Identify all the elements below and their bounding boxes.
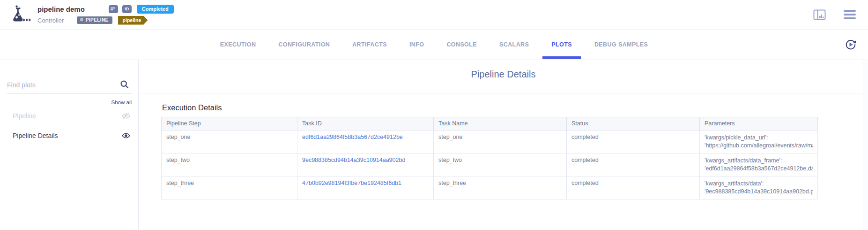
cell-task-id-link[interactable]: 47b0b92e98194f3fbe7be192485f6db1 [297,176,434,199]
search-input[interactable] [7,81,115,89]
plot-search [7,81,132,93]
parameters-value: 'https://github.com/allegroai/events/raw… [705,142,813,150]
tab-artifacts[interactable]: ARTIFACTS [341,30,398,60]
cell-pipeline-step: step_three [162,176,297,199]
cell-parameters: 'kwargs_artifacts/data_frame': 'edf6d1aa… [700,153,818,176]
flask-logo-icon [8,4,32,25]
table-row: step_two 9ec988385cd94b14a39c10914aa902b… [162,153,818,176]
pipeline-type-tag-label: PIPELINE [86,17,109,23]
cell-status: completed [567,176,700,199]
col-header-task-name: Task Name [434,117,567,130]
gear-icon: ⚙ [80,18,83,22]
copy-id-icon[interactable]: ID [122,5,132,13]
parameters-key: 'kwargs/pickle_data_url': [705,134,813,142]
col-header-status: Status [567,117,700,130]
details-panel-icon[interactable] [109,5,118,13]
search-icon [120,80,129,91]
cell-pipeline-step: step_two [162,153,297,176]
cell-parameters: 'kwargs/pickle_data_url': 'https://githu… [700,130,818,153]
table-row: step_three 47b0b92e98194f3fbe7be192485f6… [162,176,818,199]
pipeline-name-tag: pipeline [118,16,148,25]
cell-task-name: step_two [434,153,567,176]
parameters-value: 'edf6d1aa29864f58b3a567d2ce4912be.data_f… [705,165,813,173]
top-header: pipeline demo ID Completed Controller ⚙ … [0,0,868,30]
pipeline-type-tag: ⚙ PIPELINE [77,16,112,24]
clearml-logo [6,4,35,25]
parameters-value: '9ec988385cd94b14a39c10914aa902bd.proces… [705,188,813,196]
app-window: pipeline demo ID Completed Controller ⚙ … [0,0,868,230]
scrollbar[interactable] [863,60,868,230]
cell-task-id-link[interactable]: edf6d1aa29864f58b3a567d2ce4912be [297,130,434,153]
cell-status: completed [567,153,700,176]
table-row: step_one edf6d1aa29864f58b3a567d2ce4912b… [162,130,818,153]
status-badge: Completed [137,5,174,14]
tab-configuration[interactable]: CONFIGURATION [267,30,341,60]
table-header-row: Pipeline Step Task ID Task Name Status P… [162,117,818,130]
plots-sidebar: Show all Pipeline Pipeline Details [0,60,139,230]
hamburger-bar [844,14,856,15]
tab-execution[interactable]: EXECUTION [209,30,267,60]
details-panel-icon-bar [111,9,113,10]
breadcrumb: Controller [37,17,64,24]
plot-title: Pipeline Details [139,69,868,80]
tab-info[interactable]: INFO [398,30,435,60]
details-panel-icon-bar [111,8,115,8]
col-header-pipeline-step: Pipeline Step [162,117,297,130]
cell-parameters: 'kwargs_artifacts/data': '9ec988385cd94b… [700,176,818,199]
tab-scalars[interactable]: SCALARS [488,30,540,60]
parameters-key: 'kwargs_artifacts/data_frame': [705,157,813,165]
col-header-parameters: Parameters [700,117,818,130]
hamburger-bar [844,10,856,12]
hamburger-bar [844,17,856,19]
cell-pipeline-step: step_one [162,130,297,153]
plot-main-area: Pipeline Details Execution Details Pipel… [139,60,868,230]
sidebar-item-pipeline-details[interactable]: Pipeline Details [0,126,138,145]
sidebar-item-pipeline[interactable]: Pipeline [0,107,138,125]
content-area: Show all Pipeline Pipeline Details [0,60,868,230]
parameters-key: 'kwargs_artifacts/data': [705,180,813,188]
execution-details-title: Execution Details [162,103,868,112]
experiment-title: pipeline demo [37,5,85,13]
cell-task-id-link[interactable]: 9ec988385cd94b14a39c10914aa902bd [297,153,434,176]
tab-plots[interactable]: PLOTS [540,30,583,60]
cell-status: completed [567,130,700,153]
execution-details-table: Pipeline Step Task ID Task Name Status P… [161,117,818,199]
plot-title-divider [139,93,868,93]
cell-task-name: step_three [434,176,567,199]
toggle-details-panel-icon[interactable] [813,9,826,20]
sidebar-item-label: Pipeline [13,112,36,120]
sidebar-item-label: Pipeline Details [13,132,58,139]
eye-icon[interactable] [121,132,131,139]
eye-off-icon[interactable] [121,112,131,120]
auto-refresh-icon[interactable] [844,38,857,51]
tab-console[interactable]: CONSOLE [435,30,488,60]
tab-debug-samples[interactable]: DEBUG SAMPLES [583,30,659,60]
col-header-task-id: Task ID [297,117,434,130]
menu-hamburger-icon[interactable] [844,10,856,19]
tab-bar: EXECUTION CONFIGURATION ARTIFACTS INFO C… [0,30,868,60]
experiment-title-block: pipeline demo ID Completed Controller ⚙ … [37,5,174,25]
cell-task-name: step_one [434,130,567,153]
show-all-link[interactable]: Show all [0,100,132,105]
